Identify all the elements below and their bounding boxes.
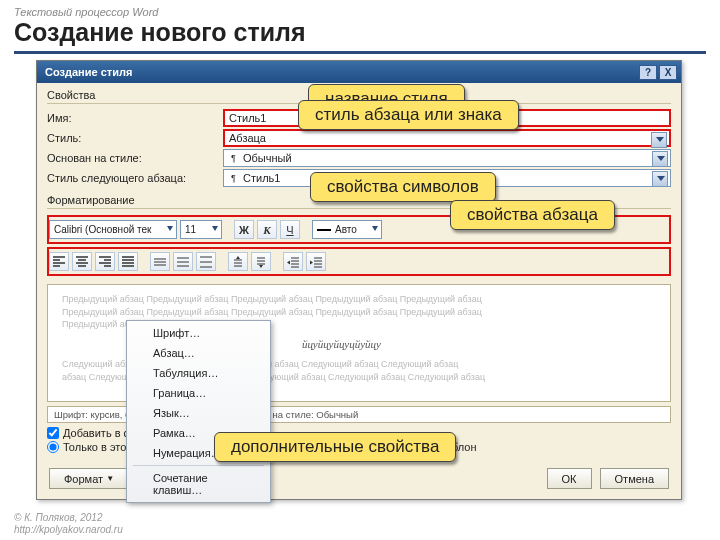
align-left-button[interactable] xyxy=(49,252,69,271)
linespace-1-button[interactable] xyxy=(150,252,170,271)
preview-sample-text: йцуйцуйцуцйуйцу xyxy=(302,337,656,352)
dialog-title: Создание стиля xyxy=(45,66,132,78)
chevron-down-icon xyxy=(656,137,664,142)
scope-document-radio[interactable] xyxy=(47,441,59,453)
font-combo[interactable]: Calibri (Основной тек xyxy=(49,220,177,239)
space-before-inc-button[interactable] xyxy=(228,252,248,271)
label-style-type: Стиль: xyxy=(47,132,217,144)
based-on-value: Обычный xyxy=(243,152,292,164)
align-center-button[interactable] xyxy=(72,252,92,271)
menu-tabs[interactable]: Табуляция… xyxy=(129,363,268,383)
dialog-titlebar: Создание стиля ? X xyxy=(37,61,681,83)
paragraph-icon: ¶ xyxy=(228,173,239,184)
chevron-down-icon xyxy=(657,176,665,181)
align-right-button[interactable] xyxy=(95,252,115,271)
format-button[interactable]: Формат ▼ xyxy=(49,468,129,489)
indent-dec-button[interactable] xyxy=(306,252,326,271)
callout-char-props: свойства символов xyxy=(310,172,496,202)
chevron-down-icon xyxy=(657,156,665,161)
color-swatch-icon xyxy=(317,229,331,231)
preview-prev-para: Предыдущий абзац Предыдущий абзац Предыд… xyxy=(62,306,656,319)
chevron-down-icon xyxy=(372,226,378,231)
close-icon[interactable]: X xyxy=(659,65,677,80)
font-color-combo[interactable]: Авто xyxy=(312,220,382,239)
menu-font[interactable]: Шрифт… xyxy=(129,323,268,343)
label-name: Имя: xyxy=(47,112,217,124)
indent-inc-button[interactable] xyxy=(283,252,303,271)
callout-style-type: стиль абзаца или знака xyxy=(298,100,519,130)
style-type-value: Абзаца xyxy=(229,132,266,144)
chevron-down-icon xyxy=(167,226,173,231)
italic-button[interactable]: К xyxy=(257,220,277,239)
bold-button[interactable]: Ж xyxy=(234,220,254,239)
next-style-value: Стиль1 xyxy=(243,172,280,184)
callout-para-props: свойства абзаца xyxy=(450,200,615,230)
based-on-combo[interactable]: ¶ Обычный xyxy=(223,149,671,167)
add-to-quickstyles-checkbox[interactable] xyxy=(47,427,59,439)
help-icon[interactable]: ? xyxy=(639,65,657,80)
paragraph-icon: ¶ xyxy=(228,153,239,164)
cancel-button[interactable]: Отмена xyxy=(600,468,669,489)
font-size-combo[interactable]: 11 xyxy=(180,220,222,239)
menu-border[interactable]: Граница… xyxy=(129,383,268,403)
label-next-style: Стиль следующего абзаца: xyxy=(47,172,217,184)
slide-context: Текстовый процессор Word xyxy=(0,0,720,18)
callout-extra-props: дополнительные свойства xyxy=(214,432,456,462)
ok-button[interactable]: ОК xyxy=(547,468,592,489)
underline-button[interactable]: Ч xyxy=(280,220,300,239)
align-justify-button[interactable] xyxy=(118,252,138,271)
slide-title: Создание нового стиля xyxy=(0,18,720,51)
chevron-down-icon xyxy=(212,226,218,231)
slide-footer: © К. Поляков, 2012 http://kpolyakov.naro… xyxy=(14,512,123,536)
linespace-2-button[interactable] xyxy=(196,252,216,271)
label-based-on: Основан на стиле: xyxy=(47,152,217,164)
style-type-combo[interactable]: Абзаца xyxy=(223,129,671,147)
space-before-dec-button[interactable] xyxy=(251,252,271,271)
title-rule xyxy=(14,51,706,54)
linespace-15-button[interactable] xyxy=(173,252,193,271)
menu-shortcut[interactable]: Сочетание клавиш… xyxy=(129,468,268,500)
menu-language[interactable]: Язык… xyxy=(129,403,268,423)
format-context-menu: Шрифт… Абзац… Табуляция… Граница… Язык… … xyxy=(126,320,271,503)
menu-separator xyxy=(133,465,264,466)
menu-paragraph[interactable]: Абзац… xyxy=(129,343,268,363)
para-format-toolbar xyxy=(47,247,671,276)
preview-prev-para: Предыдущий абзац Предыдущий абзац Предыд… xyxy=(62,293,656,306)
